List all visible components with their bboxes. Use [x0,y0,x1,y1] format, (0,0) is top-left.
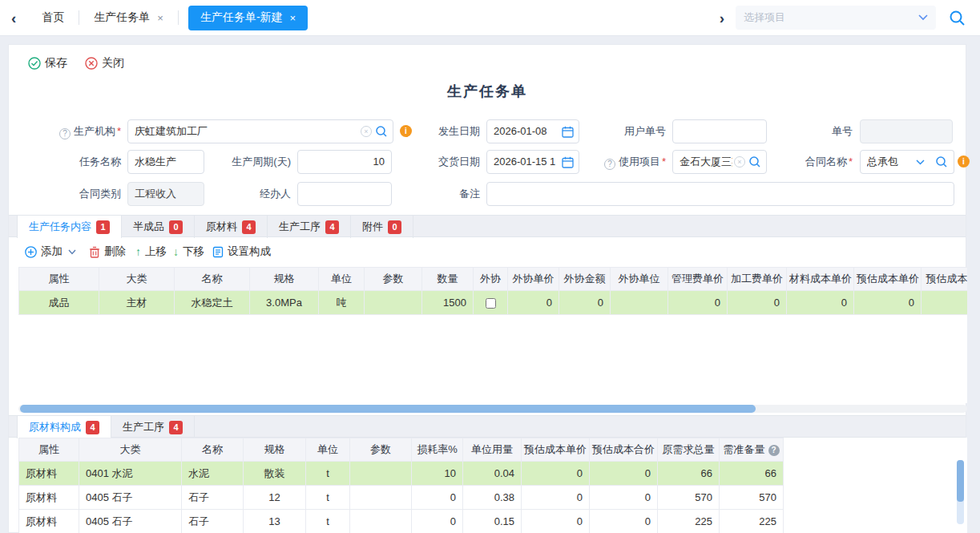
column-header[interactable]: 规格 [244,438,306,462]
column-header[interactable]: 单位 [319,268,365,291]
column-header[interactable]: 参数 [350,438,412,462]
tab-production-process[interactable]: 生产工序 4 [111,416,195,438]
column-header[interactable]: 预估成本单价 [854,268,922,291]
tab-semi-finished[interactable]: 半成品 0 [122,216,195,238]
column-header[interactable]: 属性 [19,268,99,291]
column-header[interactable]: 大类 [79,438,182,462]
tab-attachment[interactable]: 附件 0 [351,216,413,238]
help-icon[interactable]: ? [604,159,615,170]
table-cell: 570 [720,486,784,510]
column-header[interactable]: 加工费单价 [728,268,787,291]
column-header[interactable]: 需准备量? [720,438,784,462]
tab-process[interactable]: 生产工序 4 [268,216,351,238]
table-row[interactable]: 原材料0405 石子石子13t00.1500225225 [19,510,784,533]
column-header[interactable]: 单位用量 [463,438,522,462]
table-cell: 0 [590,462,658,486]
column-header[interactable]: 预估成本合价 [922,268,968,291]
table-cell: 0.38 [463,486,522,510]
tab-label: 附件 [362,220,383,234]
table-row[interactable]: 原材料0401 水泥水泥散装t100.04006666 [19,462,784,486]
doc-no-input [860,119,953,143]
contract-search-button[interactable] [930,150,954,174]
doc-toolbar: 保存 关闭 [28,53,124,74]
table-cell: 0 [590,486,658,510]
vertical-scrollbar-thumb[interactable] [957,460,964,502]
issue-date-input[interactable]: 2026-01-08 [486,119,579,143]
clear-icon[interactable]: × [734,156,745,168]
column-header[interactable]: 外协 [474,268,508,291]
use-project-input[interactable]: 金石大厦三期 × [672,150,767,174]
close-icon[interactable]: × [157,12,163,24]
required-star: * [662,155,666,168]
delivery-date-input[interactable]: 2026-01-15 1 [486,150,579,174]
user-no-label: 用户单号 [571,119,666,143]
production-org-input[interactable]: 庆虹建筑加工厂 × [127,119,393,143]
add-button[interactable]: 添加 [25,244,76,259]
contract-name-select[interactable]: 总承包 [860,150,930,174]
move-up-button[interactable]: ↑ 上移 [135,244,167,259]
remark-input[interactable] [486,182,954,206]
chevron-down-icon[interactable] [68,249,76,255]
move-down-button[interactable]: ↓ 下移 [173,244,204,259]
tab-raw-material-composition[interactable]: 原材料构成 4 [17,416,111,438]
tab-badge: 0 [169,220,183,234]
table-cell: 石子 [182,486,244,510]
clear-icon[interactable]: × [361,126,372,137]
column-header[interactable]: 材料成本单价 [787,268,854,291]
table-cell: t [306,486,350,510]
column-header[interactable]: 预估成本单价 [522,438,590,462]
tab-production-task-content[interactable]: 生产任务内容 1 [17,216,122,238]
table-row[interactable]: 成品主材水稳定土3.0MPa吨1500000000 [19,291,968,315]
trash-icon [89,246,100,258]
search-icon[interactable] [949,10,966,26]
user-no-input[interactable] [672,119,767,143]
handler-label: 经办人 [195,182,291,206]
close-icon[interactable]: × [290,12,296,24]
column-header[interactable]: 参数 [365,268,422,291]
column-header[interactable]: 外协单价 [508,268,559,291]
set-composition-button[interactable]: 设置构成 [212,244,271,259]
close-button[interactable]: 关闭 [85,56,124,71]
column-header[interactable]: 大类 [99,268,175,291]
back-icon[interactable]: ‹ [11,10,16,26]
column-header[interactable]: 属性 [19,438,79,462]
project-select-placeholder: 选择项目 [744,10,918,25]
column-header[interactable]: 规格 [250,268,319,291]
tab-badge: 1 [96,220,110,234]
tab-home[interactable]: 首页 [27,0,79,36]
main-table: 属性大类名称规格单位参数数量外协外协单价外协金额外协单位管理费单价加工费单价材料… [18,267,967,403]
table-cell: 0 [559,291,611,315]
column-header[interactable]: 损耗率% [412,438,463,462]
column-header[interactable]: 原需求总量 [658,438,720,462]
column-header[interactable]: 外协金额 [559,268,611,291]
project-select[interactable]: 选择项目 [736,6,936,30]
help-icon[interactable]: ? [768,445,780,456]
table-cell: 0405 石子 [79,486,182,510]
column-header[interactable]: 预估成本合价 [590,438,658,462]
table-cell: 225 [658,510,720,533]
header-row: 属性大类名称规格单位参数数量外协外协单价外协金额外协单位管理费单价加工费单价材料… [19,268,968,291]
table-row[interactable]: 原材料0405 石子石子12t00.3800570570 [19,486,784,510]
info-icon[interactable]: i [958,155,970,168]
tab-production-task-new[interactable]: 生产任务单-新建 × [188,6,308,30]
column-header[interactable]: 管理费单价 [668,268,728,291]
tab-raw-material[interactable]: 原材料 4 [195,216,268,238]
column-header[interactable]: 数量 [422,268,474,291]
cycle-days-input[interactable]: 10 [297,150,392,174]
outsource-checkbox[interactable] [486,298,496,309]
task-name-input[interactable]: 水稳生产 [127,150,204,174]
delete-button[interactable]: 删除 [89,244,126,259]
column-header[interactable]: 名称 [182,438,244,462]
table-cell: 成品 [19,291,99,315]
column-header[interactable]: 单位 [306,438,350,462]
column-header[interactable]: 外协单位 [611,268,668,291]
save-button[interactable]: 保存 [28,56,67,71]
delivery-date-label: 交货日期 [385,150,480,174]
handler-input[interactable] [297,182,392,206]
help-icon[interactable]: ? [59,128,71,139]
column-header[interactable]: 名称 [175,268,250,291]
horizontal-scrollbar-thumb[interactable] [20,405,756,413]
forward-icon[interactable]: › [720,10,724,26]
vertical-scrollbar [957,460,964,524]
tab-production-task[interactable]: 生产任务单 × [79,0,178,36]
